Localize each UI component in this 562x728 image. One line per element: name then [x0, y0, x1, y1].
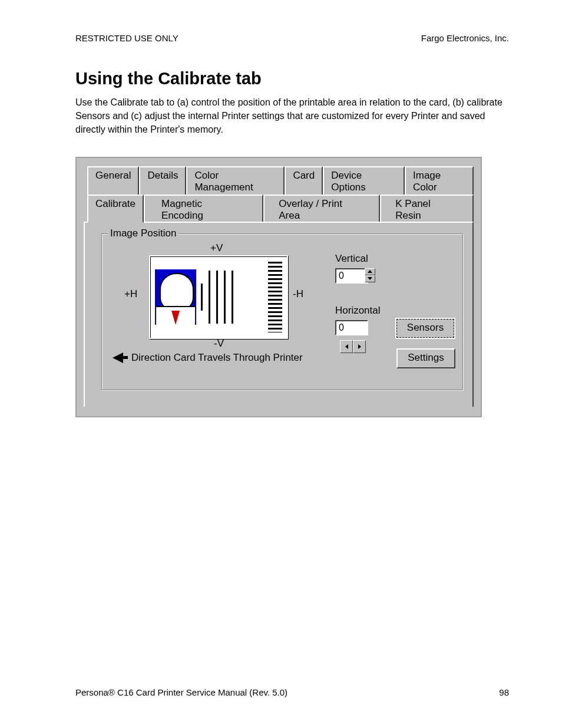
section-title: Using the Calibrate tab — [75, 69, 509, 88]
portrait-icon — [155, 269, 196, 325]
calibrate-panel: Image Position +V -V +H -H — [84, 222, 474, 407]
direction-label: Direction Card Travels Through Printer — [131, 352, 303, 364]
horizontal-spin-left[interactable] — [340, 340, 353, 353]
sensors-button[interactable]: Sensors — [396, 319, 454, 338]
axis-minus-h-label: -H — [293, 288, 303, 300]
settings-button[interactable]: Settings — [396, 348, 455, 368]
barcode-icon — [268, 262, 282, 332]
vertical-spin-down[interactable] — [365, 275, 375, 282]
arrow-left-icon — [113, 353, 123, 363]
tab-row-1: General Details Color Management Card De… — [84, 165, 474, 193]
chevron-right-icon — [358, 344, 361, 349]
tab-row-2: Calibrate Magnetic Encoding Overlay / Pr… — [84, 193, 474, 222]
group-legend: Image Position — [108, 228, 178, 239]
chevron-up-icon — [368, 270, 372, 273]
axis-plus-v-label: +V — [210, 242, 223, 254]
section-body: Use the Calibrate tab to (a) control the… — [75, 95, 509, 137]
axis-plus-h-label: +H — [124, 288, 137, 300]
image-position-group: Image Position +V -V +H -H — [101, 233, 463, 390]
printer-properties-dialog: General Details Color Management Card De… — [75, 157, 482, 417]
tab-color-management[interactable]: Color Management — [186, 166, 285, 195]
header-restricted: RESTRICTED USE ONLY — [75, 33, 178, 43]
tab-general[interactable]: General — [87, 166, 139, 195]
tab-overlay-print-area[interactable]: Overlay / Print Area — [263, 195, 380, 223]
horizontal-input[interactable]: 0 — [335, 320, 368, 335]
tab-calibrate[interactable]: Calibrate — [87, 195, 144, 223]
vertical-spinner[interactable] — [365, 268, 375, 282]
arrow-shaft-icon — [123, 356, 128, 359]
horizontal-spin-right[interactable] — [353, 340, 366, 353]
tab-card[interactable]: Card — [285, 166, 323, 195]
header-company: Fargo Electronics, Inc. — [421, 33, 509, 43]
vertical-input[interactable]: 0 — [335, 268, 368, 284]
tab-details[interactable]: Details — [139, 166, 186, 195]
tab-image-color[interactable]: Image Color — [405, 166, 474, 195]
horizontal-label: Horizontal — [335, 305, 381, 317]
footer-page-number: 98 — [499, 687, 509, 697]
chevron-down-icon — [368, 277, 372, 280]
vertical-spin-up[interactable] — [365, 268, 375, 275]
card-lines-icon — [201, 265, 263, 330]
vertical-label: Vertical — [335, 253, 368, 265]
horizontal-spinner[interactable] — [340, 340, 366, 353]
footer-manual-title: Persona® C16 Card Printer Service Manual… — [75, 687, 287, 697]
tab-device-options[interactable]: Device Options — [323, 166, 405, 195]
tab-magnetic-encoding[interactable]: Magnetic Encoding — [144, 195, 263, 223]
chevron-left-icon — [345, 344, 348, 349]
card-preview — [149, 255, 288, 339]
tab-k-panel-resin[interactable]: K Panel Resin — [380, 195, 474, 223]
axis-minus-v-label: -V — [214, 338, 224, 350]
